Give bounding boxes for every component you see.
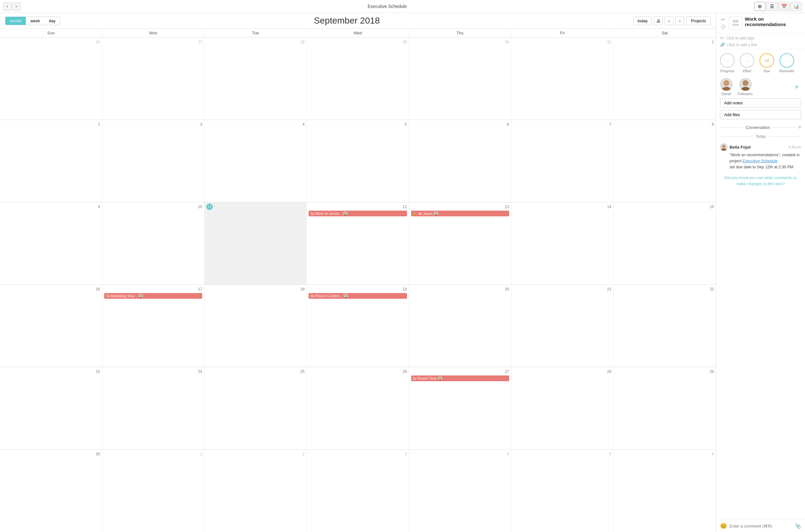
day-cell-2-4[interactable]: 13🔒4p Jason <box>409 202 511 284</box>
right-panel: ↩ ⓘ Add Icon Work on recommendations 🏷 C… <box>716 13 805 532</box>
event-3-3-0[interactable]: 2p Preces Confere... <box>309 293 407 299</box>
grid-view-button[interactable]: ⊞ <box>754 2 766 11</box>
next-nav-button[interactable]: › <box>12 2 20 11</box>
comment-item: Bella Fojut 4:20 pm "Work on recommendat… <box>716 142 805 173</box>
add-person-button[interactable]: + <box>792 82 801 91</box>
day-cell-5-3[interactable]: 3 <box>307 450 409 532</box>
event-3-1-0[interactable]: 7a Marketing Strar... <box>104 293 202 299</box>
executive-schedule-link[interactable]: Executive Schedule <box>743 159 777 163</box>
day-number-0-0: 26 <box>2 39 100 45</box>
tags-row[interactable]: 🏷 Click to add tags <box>720 36 801 40</box>
day-number-4-2: 25 <box>206 368 305 375</box>
event-2-4-0[interactable]: 🔒4p Jason <box>411 211 509 216</box>
day-cell-5-6[interactable]: 6 <box>614 450 716 532</box>
comment-input-row: 😊 📎 <box>716 519 805 532</box>
day-number-5-5: 5 <box>513 451 611 457</box>
day-cell-2-3[interactable]: 121p Work on recom... <box>307 202 409 284</box>
comment-input[interactable] <box>730 524 792 529</box>
day-cell-1-5[interactable]: 7 <box>511 120 614 202</box>
comment-prompt[interactable]: Did you know you can write comments to m… <box>716 173 805 189</box>
owner-avatar[interactable] <box>720 78 733 91</box>
day-number-2-2: 11 <box>206 204 213 210</box>
day-cell-2-6[interactable]: 15 <box>614 202 716 284</box>
day-cell-1-1[interactable]: 3 <box>102 120 204 202</box>
day-cell-2-2[interactable]: 11 <box>204 202 307 284</box>
day-cell-5-2[interactable]: 2 <box>204 450 307 532</box>
day-cell-1-6[interactable]: 8 <box>614 120 716 202</box>
day-cell-4-0[interactable]: 23 <box>0 367 102 449</box>
day-tab[interactable]: day <box>44 17 60 25</box>
day-cell-3-6[interactable]: 22 <box>614 285 716 367</box>
day-number-3-6: 22 <box>616 286 714 292</box>
reminder-button[interactable]: ... <box>780 53 794 68</box>
day-cell-1-2[interactable]: 4 <box>204 120 307 202</box>
day-cell-4-4[interactable]: 273p Report Time <box>409 367 511 449</box>
day-number-1-6: 8 <box>616 121 714 128</box>
day-cell-4-2[interactable]: 25 <box>204 367 307 449</box>
day-cell-1-4[interactable]: 6 <box>409 120 511 202</box>
day-cell-4-1[interactable]: 24 <box>102 367 204 449</box>
event-4-4-0[interactable]: 3p Report Time <box>411 376 509 381</box>
day-cell-4-5[interactable]: 28 <box>511 367 614 449</box>
day-cell-5-5[interactable]: 5 <box>511 450 614 532</box>
conversation-menu-icon[interactable]: ≡ <box>798 125 801 130</box>
day-cell-0-2[interactable]: 28 <box>204 38 307 120</box>
prev-month-button[interactable]: ‹ <box>664 16 674 25</box>
day-cell-0-0[interactable]: 26 <box>0 38 102 120</box>
today-button[interactable]: today <box>633 17 652 25</box>
list-view-button[interactable]: ☰ <box>766 2 777 11</box>
day-cell-1-3[interactable]: 5 <box>307 120 409 202</box>
due-button[interactable]: 1d <box>760 53 774 68</box>
event-label-4-4-0: 3p Report Time <box>413 376 437 380</box>
progress-button[interactable]: ... <box>720 53 735 68</box>
add-files-button[interactable]: Add files <box>720 110 801 119</box>
add-notes-button[interactable]: Add notes <box>720 98 801 108</box>
undo-button[interactable]: ↩ <box>720 16 726 23</box>
attach-button[interactable]: 📎 <box>795 523 801 529</box>
day-cell-3-1[interactable]: 177a Marketing Strar... <box>102 285 204 367</box>
print-button[interactable]: 🖨 <box>654 16 663 25</box>
tags-placeholder: Click to add tags <box>726 36 754 40</box>
day-cell-0-6[interactable]: 1 <box>614 38 716 120</box>
day-cell-3-2[interactable]: 18 <box>204 285 307 367</box>
today-divider-label: Today <box>753 134 768 139</box>
chart-view-button[interactable]: 📊 <box>790 2 802 11</box>
next-month-button[interactable]: › <box>675 16 684 25</box>
effort-button[interactable]: ... <box>740 53 754 68</box>
calendar-view-button[interactable]: 📅 <box>778 2 790 11</box>
add-icon-button[interactable]: Add Icon <box>729 16 742 30</box>
day-cell-5-4[interactable]: 4 <box>409 450 511 532</box>
day-cell-3-3[interactable]: 192p Preces Confere... <box>307 285 409 367</box>
event-avatar <box>344 294 348 298</box>
event-avatar <box>343 211 347 216</box>
day-cell-0-5[interactable]: 31 <box>511 38 614 120</box>
commenter-name: Bella Fojut <box>730 145 751 150</box>
day-number-0-4: 30 <box>411 39 509 45</box>
day-cell-0-4[interactable]: 30 <box>409 38 511 120</box>
day-cell-3-5[interactable]: 21 <box>511 285 614 367</box>
svg-point-12 <box>724 80 729 86</box>
prev-nav-button[interactable]: ‹ <box>3 2 12 11</box>
day-cell-4-3[interactable]: 26 <box>307 367 409 449</box>
day-number-3-0: 16 <box>2 286 100 292</box>
info-button[interactable]: ⓘ <box>720 24 726 30</box>
day-cell-2-5[interactable]: 14 <box>511 202 614 284</box>
week-tab[interactable]: week <box>26 17 44 25</box>
day-cell-3-4[interactable]: 20 <box>409 285 511 367</box>
day-cell-2-1[interactable]: 10 <box>102 202 204 284</box>
projects-button[interactable]: Projects <box>686 17 711 25</box>
day-cell-3-0[interactable]: 16 <box>0 285 102 367</box>
day-cell-4-6[interactable]: 29 <box>614 367 716 449</box>
day-cell-5-0[interactable]: 30 <box>0 450 102 532</box>
day-cell-0-3[interactable]: 29 <box>307 38 409 120</box>
day-cell-5-1[interactable]: 1 <box>102 450 204 532</box>
event-2-3-0[interactable]: 1p Work on recom... <box>309 211 407 216</box>
emoji-button[interactable]: 😊 <box>720 522 727 529</box>
day-cell-2-0[interactable]: 9 <box>0 202 102 284</box>
day-cell-0-1[interactable]: 27 <box>102 38 204 120</box>
link-row[interactable]: 🔗 Click to add a link <box>720 42 801 47</box>
month-tab[interactable]: month <box>5 17 26 25</box>
panel-header: ↩ ⓘ Add Icon Work on recommendations <box>716 13 805 34</box>
follower-avatar[interactable] <box>739 78 752 91</box>
day-cell-1-0[interactable]: 2 <box>0 120 102 202</box>
